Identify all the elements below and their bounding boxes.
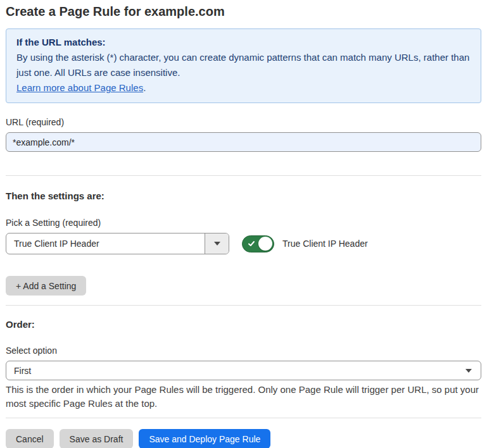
setting-toggle-on[interactable]	[242, 235, 274, 252]
check-icon	[248, 240, 255, 247]
url-input[interactable]	[6, 132, 481, 152]
form-actions: Cancel Save as Draft Save and Deploy Pag…	[6, 429, 481, 448]
divider	[6, 418, 481, 418]
order-select-value: First	[14, 366, 31, 376]
pick-setting-label: Pick a Setting (required)	[6, 217, 481, 228]
chevron-down-icon	[465, 369, 472, 373]
order-section-heading: Order:	[6, 318, 481, 330]
url-field-label: URL (required)	[6, 116, 481, 128]
page-title: Create a Page Rule for example.com	[6, 4, 481, 20]
info-box-body: By using the asterisk (*) character, you…	[16, 50, 471, 80]
learn-more-link[interactable]: Learn more about Page Rules	[16, 82, 143, 93]
info-box-link-line: Learn more about Page Rules.	[16, 80, 471, 96]
info-box-heading: If the URL matches:	[16, 35, 471, 50]
toggle-knob	[258, 237, 272, 251]
setting-select[interactable]: True Client IP Header	[6, 233, 229, 254]
url-match-info-box: If the URL matches: By using the asteris…	[6, 28, 481, 103]
setting-select-value: True Client IP Header	[6, 233, 205, 254]
cancel-button[interactable]: Cancel	[6, 429, 54, 448]
info-box-body-text: By using the asterisk (*) character, you…	[16, 52, 469, 78]
page-rule-form: Create a Page Rule for example.com If th…	[0, 0, 487, 448]
setting-toggle-label: True Client IP Header	[282, 239, 368, 249]
save-and-deploy-button[interactable]: Save and Deploy Page Rule	[139, 429, 270, 448]
order-help-text: This is the order in which your Page Rul…	[6, 383, 481, 411]
setting-select-row: True Client IP Header True Client IP Hea…	[6, 233, 481, 254]
order-select-label: Select option	[6, 345, 481, 356]
setting-select-arrow-box[interactable]	[205, 233, 229, 254]
order-select[interactable]: First	[6, 361, 481, 380]
settings-section-heading: Then the settings are:	[6, 190, 481, 202]
chevron-down-icon	[214, 242, 220, 246]
divider	[6, 305, 481, 306]
add-setting-button[interactable]: + Add a Setting	[6, 276, 86, 296]
save-as-draft-button[interactable]: Save as Draft	[60, 429, 134, 448]
link-suffix: .	[143, 82, 146, 93]
divider	[6, 175, 481, 176]
